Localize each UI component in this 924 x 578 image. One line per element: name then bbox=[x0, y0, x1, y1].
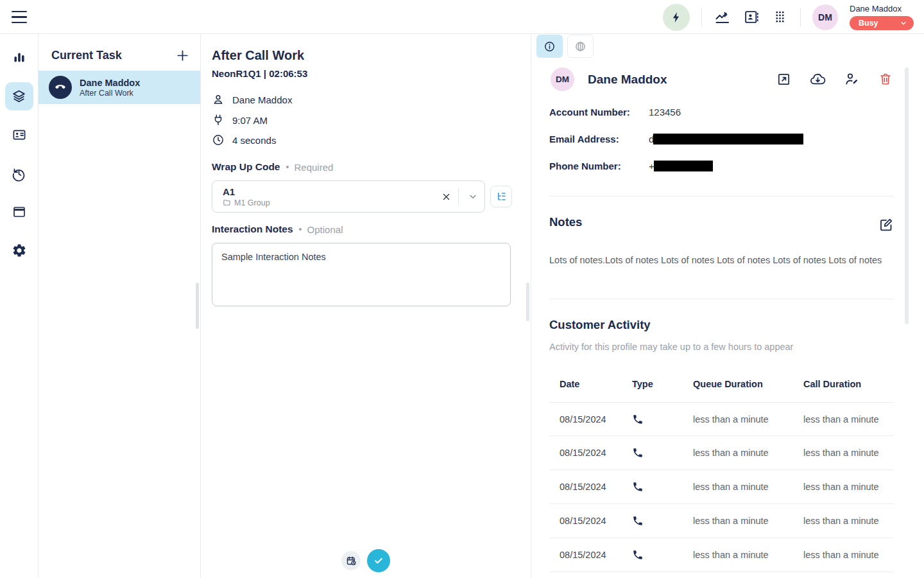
start-time-row: 9:07 AM bbox=[212, 114, 268, 127]
wrap-up-value: A1 bbox=[223, 186, 436, 198]
task-contact-name: Dane Maddox bbox=[80, 77, 140, 89]
close-icon bbox=[441, 192, 451, 202]
quick-actions-button[interactable] bbox=[663, 4, 690, 31]
select-divider bbox=[458, 188, 459, 205]
tab-contact-info[interactable] bbox=[536, 35, 563, 58]
clear-selection-button[interactable] bbox=[436, 187, 456, 206]
wrap-up-group-label: M1 Group bbox=[234, 198, 270, 207]
phone-icon bbox=[632, 515, 693, 527]
delete-contact-button[interactable] bbox=[878, 71, 893, 87]
task-item-text: Dane Maddox After Call Work bbox=[80, 77, 140, 98]
activity-table-row[interactable]: 08/15/2024 less than a minute less than … bbox=[549, 538, 894, 572]
nav-settings-button[interactable] bbox=[5, 236, 33, 265]
open-profile-button[interactable] bbox=[776, 71, 791, 87]
schedule-button[interactable] bbox=[341, 551, 361, 570]
duration-label: 4 seconds bbox=[232, 135, 276, 146]
email-address-label: Email Address: bbox=[549, 134, 649, 144]
interaction-notes-input[interactable]: Sample Interaction Notes bbox=[212, 243, 511, 306]
activity-queue-duration: less than a minute bbox=[693, 414, 803, 425]
nav-queue-button[interactable] bbox=[5, 82, 33, 110]
trash-icon bbox=[878, 72, 893, 86]
complete-task-button[interactable] bbox=[367, 549, 390, 572]
reports-button[interactable] bbox=[714, 8, 731, 26]
activity-type bbox=[632, 515, 693, 527]
contact-avatar: DM bbox=[551, 67, 574, 91]
contacts-button[interactable] bbox=[742, 8, 760, 26]
after-call-work-panel: After Call Work NeonR1Q1 | 02:06:53 Dane… bbox=[201, 34, 531, 578]
user-status-block: Dane Maddox Busy bbox=[850, 4, 914, 30]
topbar-actions: DM Dane Maddox Busy bbox=[663, 0, 914, 34]
col-queue-duration: Queue Duration bbox=[693, 379, 803, 389]
notes-section-title: Notes bbox=[549, 215, 582, 229]
topbar-divider bbox=[701, 8, 702, 26]
edit-notes-button[interactable] bbox=[878, 217, 894, 232]
phone-value-redacted: + bbox=[649, 161, 713, 171]
current-task-item[interactable]: Dane Maddox After Call Work bbox=[38, 71, 200, 104]
duration-row: 4 seconds bbox=[212, 134, 276, 146]
external-link-icon bbox=[776, 72, 791, 87]
lightning-icon bbox=[670, 11, 683, 24]
main-panel-scrollbar[interactable] bbox=[526, 283, 529, 321]
activity-queue-duration: less than a minute bbox=[693, 448, 803, 458]
status-label: Busy bbox=[859, 19, 878, 28]
activity-call-duration: less than a minute bbox=[803, 550, 894, 560]
start-time-label: 9:07 AM bbox=[232, 115, 268, 126]
layers-icon bbox=[11, 89, 27, 105]
status-dropdown[interactable]: Busy bbox=[850, 16, 914, 30]
split-circle-icon bbox=[574, 40, 586, 53]
nav-browser-button[interactable] bbox=[5, 198, 33, 226]
calendar-clock-icon bbox=[346, 556, 357, 566]
current-task-title: Current Task bbox=[51, 49, 122, 62]
download-contact-button[interactable] bbox=[810, 71, 825, 87]
left-nav-rail bbox=[0, 34, 38, 578]
user-name-label: Dane Maddox bbox=[850, 4, 902, 13]
task-panel-scrollbar[interactable] bbox=[196, 283, 199, 329]
nav-history-button[interactable] bbox=[5, 159, 33, 188]
phone-icon bbox=[632, 549, 693, 561]
phone-icon bbox=[632, 447, 693, 459]
chevron-down-icon bbox=[900, 19, 907, 27]
activity-table-row[interactable]: 08/15/2024 less than a minute less than … bbox=[549, 504, 894, 538]
wrap-up-code-select[interactable]: A1 M1 Group bbox=[212, 180, 485, 213]
app-window: DM Dane Maddox Busy bbox=[0, 0, 924, 578]
activity-call-duration: less than a minute bbox=[803, 516, 894, 526]
phone-number-label: Phone Number: bbox=[549, 161, 649, 171]
interaction-notes-label: Interaction Notes bbox=[212, 223, 293, 235]
activity-type bbox=[632, 481, 693, 493]
person-icon bbox=[212, 93, 225, 106]
browse-code-tree-button[interactable] bbox=[490, 186, 512, 207]
activity-table-row[interactable]: 08/15/2024 less than a minute less than … bbox=[549, 470, 894, 504]
email-address-row: Email Address: d bbox=[549, 134, 894, 144]
tree-list-icon bbox=[495, 191, 508, 203]
window-icon bbox=[12, 204, 27, 220]
activity-queue-duration: less than a minute bbox=[693, 482, 803, 492]
tab-insights[interactable] bbox=[567, 35, 594, 58]
edit-icon bbox=[878, 217, 894, 232]
required-label: Required bbox=[295, 162, 334, 173]
activity-queue-duration: less than a minute bbox=[693, 550, 803, 560]
edit-contact-button[interactable] bbox=[844, 71, 859, 87]
activity-type bbox=[632, 414, 693, 425]
notes-content: Lots of notes.Lots of notes Lots of note… bbox=[549, 255, 886, 265]
activity-table-row[interactable]: 08/15/2024 less than a minute less than … bbox=[549, 402, 894, 436]
activity-table-body: 08/15/2024 less than a minute less than … bbox=[549, 402, 894, 572]
hamburger-menu-button[interactable] bbox=[12, 11, 27, 23]
contact-action-buttons bbox=[776, 71, 893, 87]
activity-table-row[interactable]: 08/15/2024 less than a minute less than … bbox=[549, 436, 894, 470]
folder-icon bbox=[223, 198, 231, 207]
account-number-label: Account Number: bbox=[549, 107, 649, 118]
clock-icon bbox=[212, 134, 225, 146]
nav-dashboard-button[interactable] bbox=[5, 44, 33, 72]
interaction-reference: NeonR1Q1 | 02:06:53 bbox=[212, 68, 307, 79]
dialpad-button[interactable] bbox=[771, 8, 789, 26]
contact-card-icon bbox=[12, 127, 27, 143]
detail-panel-scrollbar[interactable] bbox=[905, 67, 909, 324]
user-avatar[interactable]: DM bbox=[812, 4, 838, 30]
open-dropdown-button[interactable] bbox=[461, 187, 484, 206]
top-bar: DM Dane Maddox Busy bbox=[0, 0, 924, 34]
nav-contacts-button[interactable] bbox=[5, 121, 33, 149]
activity-date: 08/15/2024 bbox=[560, 414, 632, 425]
wrap-up-code-label-row: Wrap Up Code Required bbox=[212, 161, 333, 173]
activity-type bbox=[632, 447, 693, 459]
add-task-button[interactable] bbox=[175, 48, 190, 63]
